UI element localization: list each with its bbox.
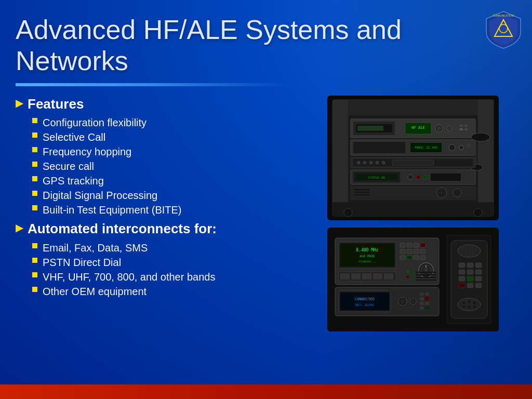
features-sub-list: Configuration flexibility Selective Call… <box>32 116 317 217</box>
sub-bullet-a2: PSTN Direct Dial <box>32 256 317 270</box>
svg-text:HF ALE: HF ALE <box>411 126 424 130</box>
main-content: ▶ Features Configuration flexibility Sel… <box>0 86 532 337</box>
svg-rect-134 <box>459 283 465 288</box>
svg-rect-135 <box>467 283 473 288</box>
svg-rect-109 <box>420 297 424 300</box>
svg-point-142 <box>468 306 470 308</box>
svg-text:SCANNING...: SCANNING... <box>358 260 376 263</box>
svg-point-139 <box>468 301 470 303</box>
arrow-icon-features: ▶ <box>16 97 23 109</box>
svg-rect-23 <box>353 142 405 153</box>
svg-rect-7 <box>478 100 494 216</box>
svg-rect-132 <box>467 276 473 281</box>
sub-item-5: GPS tracking <box>43 174 104 188</box>
svg-rect-58 <box>332 202 494 216</box>
svg-point-137 <box>458 298 481 311</box>
svg-point-92 <box>406 275 409 278</box>
svg-point-17 <box>448 127 451 130</box>
title-line2: Networks <box>16 46 128 76</box>
radio-svg: 8.400 MHz ALE MODE SCANNING... <box>327 228 499 331</box>
svg-point-37 <box>376 161 379 164</box>
square-icon-7 <box>32 205 37 210</box>
automated-sub-list: Email, Fax, Data, SMS PSTN Direct Dial V… <box>32 241 317 299</box>
svg-point-38 <box>382 161 385 164</box>
svg-point-34 <box>357 161 360 164</box>
svg-rect-112 <box>425 302 429 305</box>
svg-point-60 <box>474 208 482 217</box>
svg-rect-19 <box>464 125 468 127</box>
square-icon-5 <box>32 176 37 181</box>
square-icon-1 <box>32 118 37 123</box>
square-icon-4 <box>32 162 37 167</box>
svg-rect-78 <box>414 256 419 260</box>
sub-item-2: Selective Call <box>43 130 105 144</box>
sub-bullet-a4: Other OEM equipment <box>32 285 317 299</box>
text-content: ▶ Features Configuration flexibility Sel… <box>16 96 317 331</box>
svg-rect-69 <box>407 243 412 247</box>
svg-point-143 <box>473 305 475 308</box>
sub-bullet-3: Frequency hopping <box>32 145 317 159</box>
svg-rect-97 <box>416 280 436 281</box>
svg-rect-108 <box>425 292 429 296</box>
svg-rect-74 <box>414 249 419 254</box>
svg-rect-28 <box>467 143 471 148</box>
svg-rect-76 <box>400 256 405 260</box>
svg-point-44 <box>408 175 413 180</box>
svg-rect-18 <box>460 125 463 127</box>
svg-rect-21 <box>464 128 468 130</box>
svg-rect-73 <box>407 249 412 254</box>
sub-bullet-1: Configuration flexibility <box>32 116 317 130</box>
sub-item-a2: PSTN Direct Dial <box>43 256 121 270</box>
svg-point-104 <box>400 299 405 304</box>
svg-rect-5 <box>332 100 494 115</box>
svg-point-29 <box>471 133 490 141</box>
svg-rect-96 <box>416 277 436 278</box>
sub-bullet-7: Built-in Test Equipment (BITE) <box>32 203 317 217</box>
svg-text:FREQ: 12.345: FREQ: 12.345 <box>415 145 437 149</box>
sub-item-6: Digital Signal Processing <box>43 189 157 203</box>
svg-rect-128 <box>459 270 465 274</box>
svg-rect-88 <box>373 273 382 280</box>
images-column: HF ALE FREQ: 12.345 <box>327 96 522 331</box>
features-bullet: ▶ Features <box>16 96 317 113</box>
slide-container: Advanced HF/ALE Systems and Networks COM… <box>0 0 532 399</box>
svg-rect-107 <box>420 292 424 296</box>
sub-item-a1: Email, Fax, Data, SMS <box>43 241 148 255</box>
svg-point-35 <box>363 161 366 164</box>
svg-rect-68 <box>400 243 405 247</box>
svg-point-36 <box>369 161 373 164</box>
svg-text:NET: ALPHA: NET: ALPHA <box>355 303 375 307</box>
svg-rect-47 <box>430 173 461 181</box>
slide-header: Advanced HF/ALE Systems and Networks COM… <box>0 0 532 83</box>
square-icon-a4 <box>32 287 37 292</box>
sub-bullet-4: Secure call <box>32 159 317 174</box>
bottom-bar <box>0 384 532 399</box>
svg-rect-131 <box>459 276 465 281</box>
svg-rect-136 <box>475 283 482 288</box>
svg-rect-114 <box>425 307 429 310</box>
automated-label: Automated interconnects for: <box>28 220 217 238</box>
svg-rect-77 <box>407 256 412 260</box>
svg-rect-39 <box>392 160 434 165</box>
svg-point-26 <box>449 144 455 151</box>
svg-rect-126 <box>467 263 473 268</box>
svg-point-140 <box>473 302 475 304</box>
features-list: ▶ Features Configuration flexibility Sel… <box>16 96 317 299</box>
svg-point-93 <box>411 275 415 278</box>
svg-rect-11 <box>357 126 383 131</box>
square-icon-3 <box>32 147 37 152</box>
svg-rect-125 <box>459 263 465 268</box>
svg-rect-85 <box>340 273 350 280</box>
svg-rect-72 <box>400 249 405 254</box>
svg-rect-127 <box>475 263 482 268</box>
svg-rect-70 <box>414 243 419 247</box>
square-icon-6 <box>32 191 37 196</box>
svg-point-59 <box>344 208 352 217</box>
rack-svg: HF ALE FREQ: 12.345 <box>327 96 499 220</box>
desktop-radio-image: 8.400 MHz ALE MODE SCANNING... <box>327 228 499 331</box>
square-icon-a1 <box>32 243 37 248</box>
svg-point-106 <box>411 299 415 303</box>
svg-rect-110 <box>425 297 429 300</box>
svg-rect-75 <box>420 249 425 254</box>
sub-bullet-2: Selective Call <box>32 130 317 144</box>
